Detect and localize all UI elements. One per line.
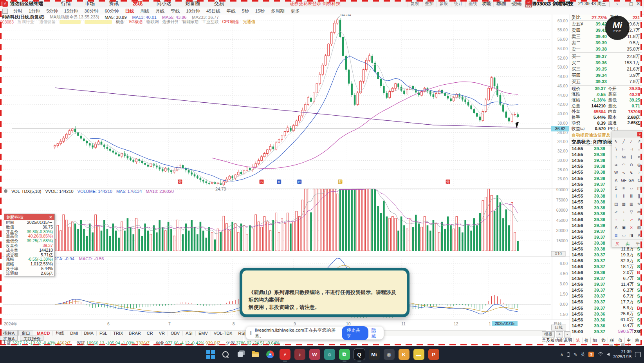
period-item-多周期[interactable]: 多周期 — [268, 8, 288, 14]
period-item-周线[interactable]: 周线 — [137, 8, 152, 14]
wave-line-tool[interactable]: ≈ — [635, 153, 643, 161]
buy-arrow-tool[interactable]: ↑ — [612, 216, 620, 224]
rectangle-tool[interactable]: ▭ — [635, 208, 643, 216]
parallel-line-tool[interactable]: ∥ — [628, 153, 635, 161]
bar-tool-1[interactable]: Ⅰ — [612, 192, 620, 200]
dense-grid-tool[interactable]: ▦ — [620, 200, 628, 208]
toolbar-button-F10[interactable]: F10 — [480, 1, 493, 6]
period-item-5秒[interactable]: 5秒 — [239, 8, 252, 14]
toolbar-button-标记[interactable]: 标记 — [493, 1, 508, 7]
period-item-15分钟[interactable]: 15分钟 — [61, 8, 81, 14]
fib-retracement-tool[interactable]: Σ — [612, 185, 620, 192]
filled-square-tool[interactable]: ▣ — [620, 224, 628, 232]
right-anchor-line-tool[interactable]: ⊣ — [628, 145, 635, 153]
close-icon[interactable]: ✕ — [49, 214, 52, 220]
cycle-tool[interactable]: C — [635, 177, 643, 185]
taskbar-app-tdx-app[interactable]: ⚡ — [280, 349, 290, 360]
bar-tool-3[interactable]: Ⅲ — [628, 192, 635, 200]
indicator-tab-VOL-TDX[interactable]: VOL-TDX — [211, 331, 236, 336]
palette-footer-买[interactable]: 买 — [612, 240, 622, 247]
curve-tool[interactable]: ≋ — [612, 161, 620, 169]
taskbar-app-powerpoint[interactable]: P — [428, 349, 439, 360]
text-style-tool[interactable]: A — [612, 224, 620, 232]
left-anchor-line-tool[interactable]: ⊢ — [620, 145, 628, 153]
concept-tag[interactable]: 工业互联 — [202, 19, 218, 25]
taskbar-app-wps-app[interactable]: W — [309, 349, 320, 360]
drawing-toolbar-header[interactable]: ✕ — [612, 131, 643, 138]
half-fill-tool[interactable]: ◨ — [628, 232, 635, 240]
ticker-item-沪深[interactable]: 沪深 3786.02 -24.51 -0.64% — [224, 341, 280, 346]
indicator-tab-OBV[interactable]: OBV — [168, 331, 183, 336]
taskbar-app-search[interactable] — [220, 349, 231, 360]
tooltip-header[interactable]: 剑桥科技 ✕ — [4, 214, 54, 220]
menu-item-问小达[interactable]: 问小达 — [150, 0, 179, 7]
period-item-季线[interactable]: 季线 — [168, 8, 183, 14]
concept-tag[interactable]: 物联网 — [146, 19, 159, 25]
hide-share-link[interactable]: 隐藏 — [372, 327, 380, 339]
stock-code-name[interactable]: 603083 剑桥科技 — [533, 0, 574, 7]
indicator-dot-icon[interactable] — [4, 189, 7, 193]
industry-value[interactable]: 通信设备 — [39, 19, 56, 25]
menu-item-发现[interactable]: 发现 — [126, 0, 150, 7]
ray-tool[interactable]: ∕ — [628, 138, 635, 145]
layout-icon[interactable] — [2, 9, 8, 14]
taskbar-app-start[interactable] — [205, 349, 216, 360]
toolbar-button-多股[interactable]: 多股 — [437, 1, 451, 7]
concept-tag[interactable]: 5G概念 — [129, 19, 143, 25]
grid-tool[interactable]: ▤ — [612, 200, 620, 208]
bracket-tool[interactable]: ][ — [635, 192, 643, 200]
concept-tag[interactable]: CPO概念 — [222, 19, 239, 25]
m-top-tool[interactable]: Λ — [612, 177, 620, 185]
table-tool[interactable]: ▭ — [620, 232, 628, 240]
zoom-in-button[interactable]: + — [556, 331, 563, 338]
select-tool[interactable]: ⇖ — [612, 138, 620, 145]
period-item-年线[interactable]: 年线 — [224, 8, 239, 14]
indicator-tab-TRIX[interactable]: TRIX — [110, 331, 126, 336]
channel-tool[interactable]: ▱ — [628, 185, 635, 192]
template-button[interactable]: 模板 — [542, 331, 555, 338]
clock-date[interactable]: 21:392025/1/15 — [613, 349, 631, 359]
indicator-tab-CR[interactable]: CR — [144, 331, 156, 336]
indicator-tab-BRAR[interactable]: BRAR — [126, 331, 144, 336]
vertical-line-tool[interactable]: ↕ — [612, 153, 620, 161]
taskbar-app-chrome[interactable] — [265, 349, 276, 360]
segment-tool[interactable]: ∖ — [612, 145, 620, 153]
back-button[interactable]: ‹ — [613, 1, 621, 6]
toolbar-button-叠加[interactable]: 叠加 — [422, 1, 437, 7]
palette-footer-卖[interactable]: 卖 — [622, 240, 633, 247]
stop-share-button[interactable]: 停止共享 — [342, 326, 368, 340]
taskbar-app-qq[interactable]: Q — [354, 349, 365, 360]
quote-tab-笔[interactable]: 笔 — [574, 338, 582, 343]
arrow-line-tool[interactable]: ↗ — [635, 138, 643, 145]
toolbar-button-+自选[interactable]: +自选 — [508, 1, 525, 7]
lang-indicator[interactable]: 英 — [581, 352, 585, 358]
wifi-icon[interactable] — [597, 352, 603, 357]
taskbar-app-file-explorer[interactable] — [250, 349, 261, 360]
taskbar-app-task-view[interactable] — [235, 349, 246, 360]
notification-icon[interactable] — [635, 352, 641, 357]
sub-tab-扩展A[interactable]: 扩展A — [0, 336, 18, 341]
triangle-tool[interactable]: ▽ — [628, 208, 635, 216]
period-item-1分钟[interactable]: 1分钟 — [25, 8, 43, 14]
indicator-tab-VR[interactable]: VR — [156, 331, 168, 336]
regression-tool[interactable]: ▥ — [628, 200, 635, 208]
tray-chevron-icon[interactable]: ∧ — [560, 352, 563, 357]
help-link[interactable]: 普及版功能说明 — [542, 338, 572, 343]
menu-item-行情[interactable]: 行情 — [54, 0, 78, 7]
menu-item-资讯[interactable]: 资讯 — [102, 0, 126, 7]
indicator-tab-FSL[interactable]: FSL — [97, 331, 110, 336]
period-label-box[interactable]: 日线 — [551, 325, 566, 330]
buy-level-row[interactable]: 买五39.337.9万 — [570, 78, 642, 85]
buy-level-row[interactable]: 买三39.3521.6万 — [570, 66, 642, 72]
indicator-tab-DMI[interactable]: DMI — [67, 331, 81, 336]
period-item-30分钟[interactable]: 30分钟 — [81, 8, 102, 14]
indicator-tab-MACD[interactable]: MACD — [34, 331, 53, 336]
taskbar-app-sticky-notes[interactable]: ▬ — [413, 349, 424, 360]
sub-tab-关联报价[interactable]: 关联报价 — [20, 336, 43, 341]
period-item-15秒[interactable]: 15秒 — [252, 8, 268, 14]
menu-item-市场[interactable]: 市场 — [78, 0, 102, 7]
menu-item-交易[interactable]: 交易 — [207, 0, 231, 7]
concept-tag[interactable]: 智能家居 — [182, 19, 198, 25]
period-item-更多[interactable]: 更多 — [288, 8, 303, 14]
horizontal-line-tool[interactable]: ↔ — [635, 145, 643, 153]
